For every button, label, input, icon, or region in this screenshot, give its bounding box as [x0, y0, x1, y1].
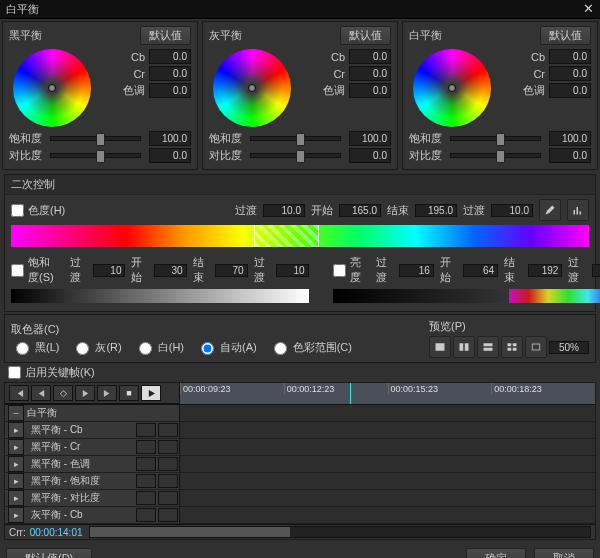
lum-start[interactable]: 64	[463, 264, 498, 277]
sat-trans2[interactable]: 10	[276, 264, 309, 277]
key-toggle[interactable]	[158, 491, 178, 505]
key-toggle[interactable]	[158, 508, 178, 522]
wheel-handle[interactable]	[248, 84, 256, 92]
default-all-button[interactable]: 默认值(D)	[6, 548, 92, 558]
tl-next-key-icon[interactable]	[75, 385, 95, 401]
timeline-scrollbar[interactable]	[89, 526, 592, 538]
contrast-value[interactable]: 0.0	[149, 148, 191, 163]
sat-slider[interactable]	[250, 136, 341, 141]
cb-value[interactable]: 0.0	[149, 49, 191, 64]
color-wheel[interactable]	[413, 49, 491, 127]
tl-goto-end-icon[interactable]	[97, 385, 117, 401]
radio-black[interactable]: 黑(L)	[11, 339, 59, 355]
expand-icon[interactable]: ▸	[8, 422, 24, 438]
tl-play-icon[interactable]	[141, 385, 161, 401]
hue-selection[interactable]	[254, 225, 320, 247]
contrast-value[interactable]: 0.0	[549, 148, 591, 163]
preview-mode-2-icon[interactable]	[453, 336, 475, 358]
preview-mode-4-icon[interactable]	[501, 336, 523, 358]
hue-value[interactable]: 0.0	[349, 83, 391, 98]
eyedropper-icon[interactable]	[539, 199, 561, 221]
balance-panel-gray: 灰平衡 默认值 Cb0.0 Cr0.0 色调0.0 饱和度100.0 对比度0.…	[202, 21, 398, 170]
preview-percent[interactable]: 50%	[549, 341, 589, 354]
radio-range[interactable]: 色彩范围(C)	[269, 339, 352, 355]
cb-value[interactable]: 0.0	[549, 49, 591, 64]
enable-keyframe-checkbox[interactable]: 启用关键帧(K)	[8, 365, 592, 380]
radio-gray[interactable]: 灰(R)	[71, 339, 121, 355]
contrast-value[interactable]: 0.0	[349, 148, 391, 163]
ok-button[interactable]: 确定	[466, 548, 526, 558]
key-toggle[interactable]	[158, 474, 178, 488]
tl-stop-icon[interactable]: ■	[119, 385, 139, 401]
hue-start[interactable]: 165.0	[339, 204, 381, 217]
key-toggle[interactable]	[136, 508, 156, 522]
lum-checkbox[interactable]: 亮度	[333, 255, 364, 285]
tl-goto-start-icon[interactable]	[9, 385, 29, 401]
hue-checkbox[interactable]: 色度(H)	[11, 203, 65, 218]
hue-trans2[interactable]: 10.0	[491, 204, 533, 217]
wheel-handle[interactable]	[48, 84, 56, 92]
sat-end[interactable]: 70	[215, 264, 248, 277]
key-toggle[interactable]	[136, 474, 156, 488]
sat-value[interactable]: 100.0	[149, 131, 191, 146]
key-toggle[interactable]	[136, 423, 156, 437]
expand-icon[interactable]: ▸	[8, 439, 24, 455]
close-icon[interactable]: ✕	[583, 0, 594, 18]
cb-value[interactable]: 0.0	[349, 49, 391, 64]
timeline-ruler[interactable]: 00:00:09:23 00:00:12:23 00:00:15:23 00:0…	[180, 383, 595, 395]
histogram-icon[interactable]	[567, 199, 589, 221]
cr-value[interactable]: 0.0	[549, 66, 591, 81]
hue-value[interactable]: 0.0	[149, 83, 191, 98]
cancel-button[interactable]: 取消	[534, 548, 594, 558]
balance-panel-white: 白平衡 默认值 Cb0.0 Cr0.0 色调0.0 饱和度100.0 对比度0.…	[402, 21, 598, 170]
preview-mode-5-icon[interactable]	[525, 336, 547, 358]
lum-end[interactable]: 192	[528, 264, 563, 277]
collapse-icon[interactable]: –	[8, 405, 24, 421]
saturation-strip[interactable]	[11, 289, 309, 303]
contrast-slider[interactable]	[250, 153, 341, 158]
luminance-strip[interactable]	[333, 289, 600, 303]
wheel-handle[interactable]	[448, 84, 456, 92]
expand-icon[interactable]: ▸	[8, 456, 24, 472]
expand-icon[interactable]: ▸	[8, 507, 24, 523]
color-wheel[interactable]	[213, 49, 291, 127]
sat-slider[interactable]	[50, 136, 141, 141]
radio-auto[interactable]: 自动(A)	[196, 339, 257, 355]
key-toggle[interactable]	[136, 491, 156, 505]
key-toggle[interactable]	[158, 423, 178, 437]
sat-trans1[interactable]: 10	[93, 264, 126, 277]
radio-white[interactable]: 白(H)	[134, 339, 184, 355]
key-toggle[interactable]	[158, 457, 178, 471]
expand-icon[interactable]: ▸	[8, 490, 24, 506]
default-button[interactable]: 默认值	[340, 26, 391, 45]
lum-trans1[interactable]: 16	[399, 264, 434, 277]
color-wheel[interactable]	[13, 49, 91, 127]
playhead[interactable]	[350, 383, 351, 404]
contrast-slider[interactable]	[50, 153, 141, 158]
timeline-track-row: ▸黑平衡 - 饱和度	[5, 473, 595, 490]
sat-value[interactable]: 100.0	[349, 131, 391, 146]
hue-end[interactable]: 195.0	[415, 204, 457, 217]
key-toggle[interactable]	[158, 440, 178, 454]
lum-trans2[interactable]: 16	[592, 264, 600, 277]
expand-icon[interactable]: ▸	[8, 473, 24, 489]
key-toggle[interactable]	[136, 440, 156, 454]
hue-value[interactable]: 0.0	[549, 83, 591, 98]
tl-add-key-icon[interactable]: ◇	[53, 385, 73, 401]
preview-mode-1-icon[interactable]	[429, 336, 451, 358]
contrast-slider[interactable]	[450, 153, 541, 158]
default-button[interactable]: 默认值	[540, 26, 591, 45]
sat-slider[interactable]	[450, 136, 541, 141]
preview-mode-3-icon[interactable]	[477, 336, 499, 358]
sat-checkbox[interactable]: 饱和度(S)	[11, 255, 58, 285]
cr-value[interactable]: 0.0	[149, 66, 191, 81]
sat-start[interactable]: 30	[154, 264, 187, 277]
default-button[interactable]: 默认值	[140, 26, 191, 45]
cr-value[interactable]: 0.0	[349, 66, 391, 81]
hue-trans1[interactable]: 10.0	[263, 204, 305, 217]
hue-strip[interactable]	[11, 225, 589, 247]
key-toggle[interactable]	[136, 457, 156, 471]
tl-prev-key-icon[interactable]	[31, 385, 51, 401]
timeline-track-row: ▸黑平衡 - Cr	[5, 439, 595, 456]
sat-value[interactable]: 100.0	[549, 131, 591, 146]
